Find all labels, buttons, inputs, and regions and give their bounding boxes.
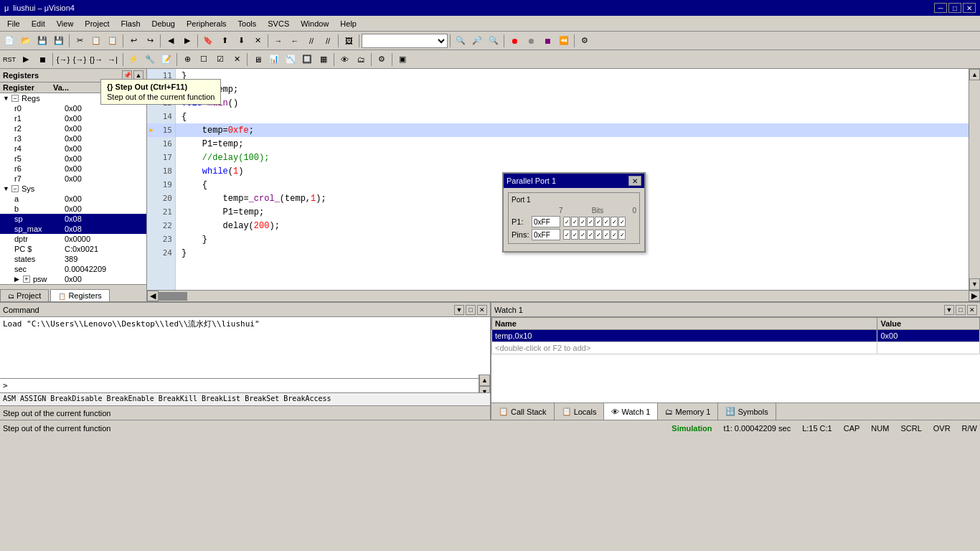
- pp-pins-bit-1[interactable]: ✓: [611, 230, 618, 240]
- editor-scroll-right[interactable]: ▶: [969, 291, 980, 301]
- pp-p1-input[interactable]: [532, 216, 560, 227]
- pp-p1-bit-0[interactable]: ✓: [618, 217, 626, 227]
- watch-float-button[interactable]: □: [956, 305, 966, 315]
- open-file-button[interactable]: 📂: [18, 33, 34, 49]
- menu-tools[interactable]: Tools: [232, 18, 263, 29]
- tab-memory-1[interactable]: 🗂 Memory 1: [658, 403, 718, 420]
- settings2-button[interactable]: ⚙: [374, 52, 390, 67]
- menu-project[interactable]: Project: [79, 18, 115, 29]
- system-view-button[interactable]: 🔲: [299, 52, 315, 67]
- pp-p1-bit-6[interactable]: ✓: [571, 217, 578, 227]
- menu-flash[interactable]: Flash: [116, 18, 146, 29]
- watch-row-1[interactable]: temp,0x10 0x00: [492, 330, 980, 342]
- editor-hscroll-thumb[interactable]: [159, 292, 187, 301]
- tab-locals[interactable]: 📋 Locals: [555, 403, 605, 420]
- inspect-button[interactable]: 🔎: [469, 33, 485, 49]
- cut-button[interactable]: ✂: [72, 33, 88, 49]
- save-all-button[interactable]: 💾: [51, 33, 67, 49]
- analysis-button[interactable]: 📊: [266, 52, 282, 67]
- pp-p1-bit-7[interactable]: ✓: [563, 217, 570, 227]
- comment-button[interactable]: //: [303, 33, 319, 49]
- pp-p1-bit-5[interactable]: ✓: [579, 217, 586, 227]
- menu-edit[interactable]: Edit: [26, 18, 51, 29]
- stop-exec-button[interactable]: ⏹: [34, 52, 50, 67]
- bookmark-button[interactable]: 🔖: [200, 33, 216, 49]
- menu-view[interactable]: View: [51, 18, 80, 29]
- uncomment-button[interactable]: //: [320, 33, 336, 49]
- step-over-button[interactable]: {→}: [72, 52, 88, 67]
- next-bookmark-button[interactable]: ⬇: [233, 33, 249, 49]
- command-float-button[interactable]: □: [466, 305, 476, 315]
- menu-debug[interactable]: Debug: [146, 18, 181, 29]
- pp-pins-bit-4[interactable]: ✓: [587, 230, 594, 240]
- prev-bookmark-button[interactable]: ⬆: [217, 33, 232, 49]
- tab-project[interactable]: 🗂 Project: [0, 289, 49, 301]
- pp-p1-bit-4[interactable]: ✓: [587, 217, 594, 227]
- menu-svcs[interactable]: SVCS: [262, 18, 295, 29]
- new-file-button[interactable]: 📄: [1, 33, 17, 49]
- menu-file[interactable]: File: [1, 18, 26, 29]
- pp-pins-input[interactable]: [532, 229, 560, 240]
- undo-button[interactable]: ↩: [126, 33, 141, 49]
- clear-bookmarks-button[interactable]: ✕: [250, 33, 265, 49]
- logic-view-button[interactable]: ▦: [316, 52, 331, 67]
- tab-call-stack[interactable]: 📋 Call Stack: [491, 403, 555, 420]
- step-into-button[interactable]: {→}: [55, 52, 71, 67]
- enable-asm-button[interactable]: 🔧: [142, 52, 158, 67]
- close-button[interactable]: ✕: [963, 3, 976, 13]
- breakpoint-button[interactable]: ⊕: [179, 52, 195, 67]
- run-to-cursor-button[interactable]: →|: [105, 52, 121, 67]
- trace-button[interactable]: 📉: [283, 52, 298, 67]
- psw-expand-btn[interactable]: +: [23, 276, 30, 283]
- reset-button[interactable]: ⏪: [556, 33, 572, 49]
- insert-mode-button[interactable]: 📝: [159, 52, 174, 67]
- redo-button[interactable]: ↪: [142, 33, 158, 49]
- kill-button[interactable]: ⏺: [523, 33, 539, 49]
- command-input[interactable]: [11, 380, 479, 392]
- command-close-button[interactable]: ✕: [477, 305, 487, 315]
- forward-button[interactable]: ▶: [179, 33, 195, 49]
- watch-dropdown-button[interactable]: ▼: [944, 305, 954, 315]
- menu-help[interactable]: Help: [334, 18, 362, 29]
- pp-p1-bit-3[interactable]: ✓: [595, 217, 602, 227]
- kill-all-bp-button[interactable]: ✕: [229, 52, 245, 67]
- save-button[interactable]: 💾: [34, 33, 50, 49]
- pp-p1-bit-1[interactable]: ✓: [611, 217, 618, 227]
- pp-pins-bit-2[interactable]: ✓: [603, 230, 610, 240]
- pp-pins-bit-6[interactable]: ✓: [571, 230, 578, 240]
- setup-button[interactable]: ⚙: [577, 33, 593, 49]
- find-button[interactable]: 🖼: [341, 33, 357, 49]
- menu-peripherals[interactable]: Peripherals: [181, 18, 232, 29]
- display-view-button[interactable]: 🖥: [250, 52, 265, 67]
- run-button[interactable]: ▶: [18, 52, 34, 67]
- search-button[interactable]: 🔍: [453, 33, 468, 49]
- more-button[interactable]: ▣: [395, 52, 410, 67]
- paste-button[interactable]: 📋: [105, 33, 121, 49]
- target-select[interactable]: [362, 34, 448, 48]
- unindent-button[interactable]: ←: [287, 33, 303, 49]
- back-button[interactable]: ◀: [163, 33, 179, 49]
- watch-view-button[interactable]: 👁: [336, 52, 352, 67]
- pp-close-button[interactable]: ✕: [628, 176, 641, 186]
- editor-scroll-down[interactable]: ▼: [969, 278, 980, 290]
- watch-close-button[interactable]: ✕: [967, 305, 977, 315]
- copy-button[interactable]: 📋: [88, 33, 104, 49]
- minimize-button[interactable]: ─: [934, 3, 947, 13]
- editor-scroll-track[interactable]: [969, 80, 980, 278]
- show-next-button[interactable]: ⚡: [126, 52, 141, 67]
- stop-button[interactable]: ⏹: [540, 33, 555, 49]
- pp-pins-bit-3[interactable]: ✓: [595, 230, 602, 240]
- step-out-button[interactable]: {}→: [88, 52, 104, 67]
- start-debug-button[interactable]: ⏺: [507, 33, 522, 49]
- pp-p1-bit-2[interactable]: ✓: [603, 217, 610, 227]
- sys-collapse-btn[interactable]: −: [11, 185, 19, 192]
- reset-cpu-button[interactable]: RST: [1, 52, 17, 67]
- pp-pins-bit-5[interactable]: ✓: [579, 230, 586, 240]
- maximize-button[interactable]: □: [948, 3, 961, 13]
- sys-group-header[interactable]: ▼ − Sys: [0, 184, 146, 194]
- editor-scroll-left[interactable]: ◀: [147, 291, 159, 301]
- find-in-files-button[interactable]: 🔍: [486, 33, 501, 49]
- watch-row-add[interactable]: <double-click or F2 to add>: [492, 342, 980, 354]
- editor-scroll-up[interactable]: ▲: [969, 69, 980, 80]
- tab-symbols[interactable]: 🔣 Symbols: [718, 403, 776, 420]
